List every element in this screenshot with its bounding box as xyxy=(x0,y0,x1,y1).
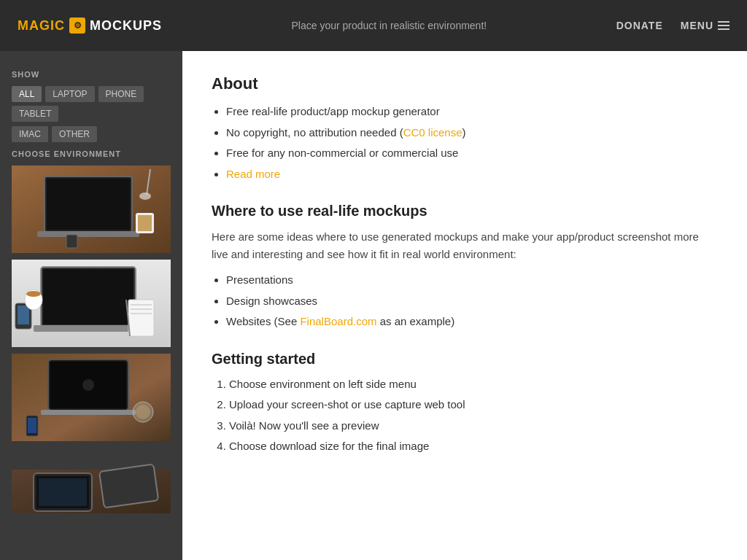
svg-point-9 xyxy=(139,192,151,200)
svg-rect-3 xyxy=(47,179,130,230)
step-3: Voilà! Now you'll see a preview xyxy=(229,418,718,435)
filter-imac[interactable]: IMAC xyxy=(12,126,48,142)
logo: MAGIC ⚙ MOCKUPS xyxy=(18,18,162,34)
step-1: Choose environment on left side menu xyxy=(229,376,718,393)
env-image-4 xyxy=(12,448,171,535)
show-label: SHOW xyxy=(12,70,171,79)
svg-rect-12 xyxy=(43,269,133,324)
svg-rect-7 xyxy=(66,235,77,248)
filter-all[interactable]: ALL xyxy=(12,86,42,102)
body-layout: SHOW ALL LAPTOP PHONE TABLET IMAC OTHER … xyxy=(0,51,747,560)
svg-rect-31 xyxy=(28,418,36,433)
logo-icon: ⚙ xyxy=(69,18,85,34)
finalboard-link[interactable]: FinalBoard.com xyxy=(300,315,376,327)
environment-item-3[interactable] xyxy=(12,354,171,443)
environment-item-4[interactable] xyxy=(12,448,171,537)
menu-button[interactable]: MENU xyxy=(681,20,729,31)
svg-rect-6 xyxy=(138,215,152,231)
filter-phone[interactable]: PHONE xyxy=(98,86,144,102)
filter-tablet[interactable]: TABLET xyxy=(12,106,58,122)
svg-point-22 xyxy=(26,291,41,297)
about-item-3: Free for any non-commercial or commercia… xyxy=(226,145,718,162)
svg-point-26 xyxy=(82,379,94,391)
about-heading: About xyxy=(212,74,718,93)
environment-item-2[interactable] xyxy=(12,260,171,349)
env-image-2 xyxy=(12,260,171,347)
getting-started-list: Choose environment on left side menu Upl… xyxy=(229,376,718,455)
filter-buttons-row2: IMAC OTHER xyxy=(12,126,171,142)
about-item-2: No copyright, no attribution needed (CC0… xyxy=(226,125,718,141)
filter-laptop[interactable]: LAPTOP xyxy=(45,86,94,102)
getting-started-heading: Getting started xyxy=(212,351,718,368)
svg-rect-4 xyxy=(37,231,139,237)
choose-env-label: CHOOSE ENVIRONMENT xyxy=(12,149,171,158)
hamburger-icon xyxy=(718,21,729,30)
step-4: Choose download size for the final image xyxy=(229,438,718,455)
filter-other[interactable]: OTHER xyxy=(52,126,97,142)
where-item-presentations: Presentations xyxy=(226,272,718,289)
svg-rect-35 xyxy=(39,478,87,506)
where-heading: Where to use real-life mockups xyxy=(212,203,718,219)
logo-mockups-text: MOCKUPS xyxy=(90,18,162,34)
cc0-link[interactable]: CC0 license xyxy=(403,126,462,139)
svg-rect-20 xyxy=(18,306,29,324)
menu-label: MENU xyxy=(681,20,713,31)
header-tagline: Place your product in realistic environm… xyxy=(162,20,616,31)
env-image-1 xyxy=(12,166,171,253)
environment-item-1[interactable] xyxy=(12,166,171,255)
step-2: Upload your screen-shot or use capture w… xyxy=(229,397,718,413)
svg-point-29 xyxy=(136,405,150,419)
donate-button[interactable]: DONATE xyxy=(616,20,663,31)
where-description: Here are some ideas where to use generat… xyxy=(212,228,718,263)
where-item-design-showcases: Design showcases xyxy=(226,293,718,310)
header-nav: DONATE MENU xyxy=(616,20,729,31)
about-list: Free real-life product/app mockup genera… xyxy=(226,104,718,182)
env-image-3 xyxy=(12,354,171,441)
where-list: Presentations Design showcases Websites … xyxy=(226,272,718,330)
logo-magic-text: MAGIC xyxy=(18,18,65,34)
where-item-websites: Websites (See FinalBoard.com as an examp… xyxy=(226,314,718,330)
sidebar: SHOW ALL LAPTOP PHONE TABLET IMAC OTHER … xyxy=(0,51,182,560)
svg-rect-13 xyxy=(34,325,143,332)
read-more-item: Read more xyxy=(226,166,718,183)
svg-rect-36 xyxy=(99,464,158,508)
read-more-link[interactable]: Read more xyxy=(226,168,280,180)
about-item-1: Free real-life product/app mockup genera… xyxy=(226,104,718,120)
header: MAGIC ⚙ MOCKUPS Place your product in re… xyxy=(0,0,747,51)
filter-buttons: ALL LAPTOP PHONE TABLET xyxy=(12,86,171,122)
main-content: About Free real-life product/app mockup … xyxy=(182,51,747,560)
svg-rect-27 xyxy=(41,410,136,415)
